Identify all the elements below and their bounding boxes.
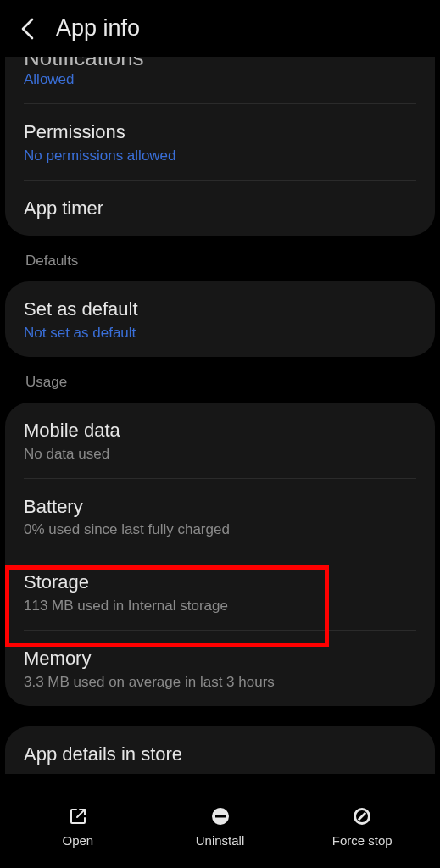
row-title: Storage bbox=[24, 570, 416, 595]
row-set-default[interactable]: Set as default Not set as default bbox=[5, 281, 435, 357]
card-group-defaults: Set as default Not set as default bbox=[5, 281, 435, 357]
row-title: App details in store bbox=[24, 742, 416, 767]
row-title: Memory bbox=[24, 646, 416, 671]
card-group-details: App details in store bbox=[5, 726, 435, 774]
row-title: Mobile data bbox=[24, 418, 416, 443]
header-bar: App info bbox=[0, 0, 440, 57]
row-memory[interactable]: Memory 3.3 MB used on average in last 3 … bbox=[5, 631, 435, 706]
row-permissions[interactable]: Permissions No permissions allowed bbox=[5, 104, 435, 180]
back-icon[interactable] bbox=[19, 19, 37, 38]
card-group-usage: Mobile data No data used Battery 0% used… bbox=[5, 403, 435, 706]
row-subtitle: 0% used since last fully charged bbox=[24, 521, 416, 538]
row-notifications[interactable]: Notifications Allowed bbox=[5, 57, 435, 103]
row-subtitle: 3.3 MB used on average in last 3 hours bbox=[24, 674, 416, 691]
uninstall-label: Uninstall bbox=[196, 833, 245, 848]
row-subtitle: 113 MB used in Internal storage bbox=[24, 598, 416, 615]
row-subtitle: No permissions allowed bbox=[24, 147, 416, 164]
row-subtitle: No data used bbox=[24, 446, 416, 463]
uninstall-icon bbox=[209, 805, 231, 827]
open-label: Open bbox=[62, 833, 93, 848]
row-storage[interactable]: Storage 113 MB used in Internal storage bbox=[5, 554, 435, 630]
row-title: Permissions bbox=[24, 120, 416, 145]
row-title: Battery bbox=[24, 494, 416, 520]
section-defaults-label: Defaults bbox=[5, 236, 435, 281]
row-subtitle: Not set as default bbox=[24, 325, 416, 342]
row-title: Notifications bbox=[24, 57, 416, 69]
row-mobile-data[interactable]: Mobile data No data used bbox=[5, 403, 435, 478]
row-title: App timer bbox=[24, 196, 416, 221]
page-title: App info bbox=[56, 15, 140, 42]
row-battery[interactable]: Battery 0% used since last fully charged bbox=[5, 479, 435, 554]
open-button[interactable]: Open bbox=[7, 805, 149, 848]
uninstall-button[interactable]: Uninstall bbox=[149, 805, 292, 848]
card-group-1: Notifications Allowed Permissions No per… bbox=[5, 57, 435, 236]
svg-rect-1 bbox=[215, 815, 226, 818]
row-subtitle: Allowed bbox=[24, 71, 416, 88]
open-icon bbox=[67, 805, 89, 827]
force-stop-label: Force stop bbox=[332, 833, 393, 848]
row-title: Set as default bbox=[24, 297, 416, 322]
force-stop-button[interactable]: Force stop bbox=[291, 805, 433, 848]
bottom-action-bar: Open Uninstall Force stop bbox=[0, 793, 440, 868]
row-app-timer[interactable]: App timer bbox=[5, 181, 435, 236]
section-usage-label: Usage bbox=[5, 357, 435, 403]
content-scroll: Notifications Allowed Permissions No per… bbox=[0, 57, 440, 774]
force-stop-icon bbox=[351, 805, 373, 827]
row-app-details[interactable]: App details in store bbox=[5, 726, 435, 774]
